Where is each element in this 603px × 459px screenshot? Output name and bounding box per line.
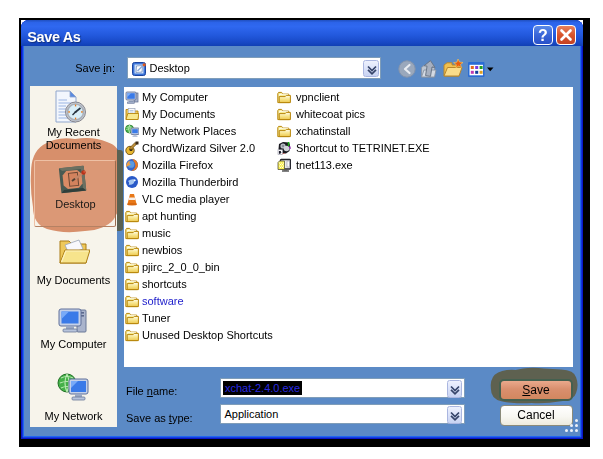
svg-text:?: ? [538,27,548,44]
